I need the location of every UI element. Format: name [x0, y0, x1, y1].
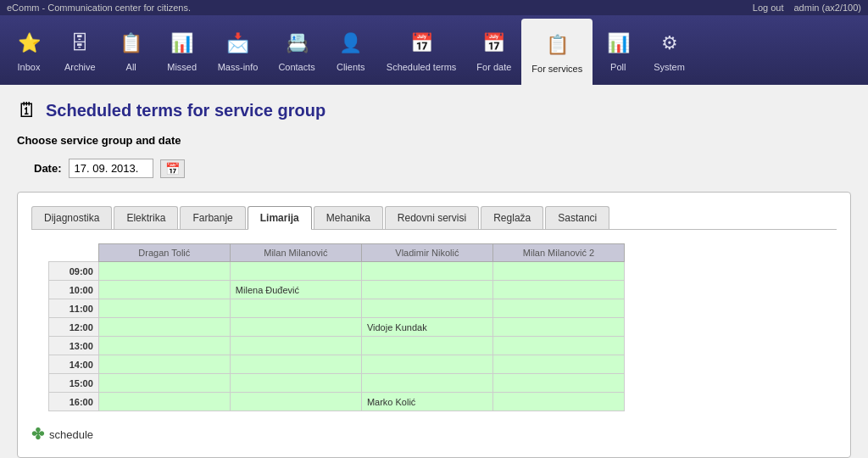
- nav-label-mass-info: Mass-info: [218, 62, 259, 72]
- nav-item-inbox[interactable]: ⭐Inbox: [3, 15, 54, 85]
- nav-label-inbox: Inbox: [18, 62, 41, 72]
- plus-icon: ✤: [31, 425, 44, 444]
- date-row: Date: 📅: [34, 159, 851, 178]
- nav-label-archive: Archive: [64, 62, 96, 72]
- tab-farbanje[interactable]: Farbanje: [180, 206, 245, 229]
- page-title-area: 🗓 Scheduled terms for service group: [17, 98, 851, 122]
- schedule-slot[interactable]: [361, 262, 492, 281]
- tab-mehanika[interactable]: Mehanika: [314, 206, 383, 229]
- column-header: Milan Milanović 2: [492, 244, 624, 262]
- nav-item-scheduled-terms[interactable]: 📅Scheduled terms: [376, 15, 467, 85]
- table-row: 13:00: [49, 337, 625, 355]
- schedule-slot[interactable]: [492, 393, 624, 411]
- time-cell: 15:00: [49, 374, 99, 393]
- schedule-slot[interactable]: [98, 262, 230, 281]
- archive-icon: 🗄: [64, 28, 95, 59]
- schedule-slot[interactable]: [230, 262, 361, 281]
- contacts-icon: 📇: [281, 28, 312, 59]
- navbar: ⭐Inbox🗄Archive📋All📊Missed📩Mass-info📇Cont…: [0, 15, 868, 85]
- date-input[interactable]: [69, 159, 153, 178]
- tab-redovni-servisi[interactable]: Redovni servisi: [385, 206, 479, 229]
- schedule-slot[interactable]: Milena Đuđević: [230, 281, 361, 299]
- schedule-slot[interactable]: [230, 318, 361, 337]
- table-row: 10:00Milena Đuđević: [49, 281, 625, 299]
- schedule-slot[interactable]: [98, 318, 230, 337]
- schedule-slot[interactable]: [361, 337, 492, 355]
- schedule-slot[interactable]: [230, 355, 361, 374]
- schedule-slot[interactable]: [361, 374, 492, 393]
- user-info: admin (ax2/100): [794, 3, 862, 13]
- nav-item-for-services[interactable]: 📋For services: [521, 19, 593, 85]
- schedule-slot[interactable]: [492, 262, 624, 281]
- nav-item-archive[interactable]: 🗄Archive: [54, 15, 106, 85]
- time-cell: 09:00: [49, 262, 99, 281]
- schedule-slot[interactable]: Vidoje Kundak: [361, 318, 492, 337]
- schedule-slot[interactable]: [98, 281, 230, 299]
- schedule-slot[interactable]: [492, 355, 624, 374]
- schedule-slot[interactable]: [98, 337, 230, 355]
- schedule-slot[interactable]: [361, 355, 492, 374]
- clients-icon: 👤: [336, 28, 366, 59]
- poll-icon: 📊: [603, 28, 633, 59]
- tab-dijagnostika[interactable]: Dijagnostika: [31, 206, 112, 229]
- page-title: Scheduled terms for service group: [46, 101, 326, 120]
- tab-limarija[interactable]: Limarija: [248, 206, 312, 230]
- column-header: Dragan Tolić: [98, 244, 230, 262]
- add-schedule-label: schedule: [49, 428, 93, 441]
- nav-item-contacts[interactable]: 📇Contacts: [268, 15, 325, 85]
- tab-elektrika[interactable]: Elektrika: [114, 206, 178, 229]
- schedule-slot[interactable]: [230, 337, 361, 355]
- site-title: eComm - Communication center for citizen…: [7, 3, 191, 13]
- calendar-button[interactable]: 📅: [160, 159, 185, 178]
- nav-label-for-services: For services: [531, 64, 582, 74]
- schedule-slot[interactable]: [230, 374, 361, 393]
- schedule-slot[interactable]: [230, 393, 361, 411]
- tab-sastanci[interactable]: Sastanci: [545, 206, 609, 229]
- nav-label-scheduled-terms: Scheduled terms: [387, 62, 457, 72]
- nav-item-poll[interactable]: 📊Poll: [593, 15, 643, 85]
- nav-item-clients[interactable]: 👤Clients: [326, 15, 376, 85]
- nav-item-mass-info[interactable]: 📩Mass-info: [208, 15, 269, 85]
- card: DijagnostikaElektrikaFarbanjeLimarijaMeh…: [17, 192, 851, 458]
- schedule-slot[interactable]: [492, 337, 624, 355]
- nav-label-poll: Poll: [610, 62, 626, 72]
- time-cell: 16:00: [49, 393, 99, 411]
- scheduled-terms-icon: 📅: [406, 28, 437, 59]
- schedule-grid: Dragan TolićMilan MilanovićVladimir Niko…: [48, 243, 837, 411]
- column-header: Vladimir Nikolić: [361, 244, 492, 262]
- schedule-slot[interactable]: [98, 355, 230, 374]
- for-services-icon: 📋: [542, 30, 572, 60]
- mass-info-icon: 📩: [223, 28, 253, 59]
- column-header: Milan Milanović: [230, 244, 361, 262]
- add-schedule-button[interactable]: ✤ schedule: [31, 425, 837, 444]
- schedule-slot[interactable]: [492, 281, 624, 299]
- table-row: 12:00Vidoje Kundak: [49, 318, 625, 337]
- form-subtitle: Choose service group and date: [17, 134, 851, 147]
- schedule-slot[interactable]: [230, 299, 361, 318]
- schedule-slot[interactable]: [98, 393, 230, 411]
- nav-item-system[interactable]: ⚙System: [643, 15, 695, 85]
- nav-item-for-date[interactable]: 📅For date: [466, 15, 521, 85]
- schedule-slot[interactable]: [492, 318, 624, 337]
- schedule-slot[interactable]: [98, 374, 230, 393]
- schedule-slot[interactable]: [361, 281, 492, 299]
- schedule-slot[interactable]: [361, 299, 492, 318]
- schedule-slot[interactable]: [98, 299, 230, 318]
- logout-link[interactable]: Log out: [753, 3, 784, 13]
- schedule-slot[interactable]: [492, 299, 624, 318]
- time-cell: 12:00: [49, 318, 99, 337]
- nav-item-missed[interactable]: 📊Missed: [157, 15, 208, 85]
- schedule-slot[interactable]: Marko Kolić: [361, 393, 492, 411]
- table-row: 16:00Marko Kolić: [49, 393, 625, 411]
- table-row: 15:00: [49, 374, 625, 393]
- page-title-icon: 🗓: [17, 98, 37, 122]
- for-date-icon: 📅: [479, 28, 509, 59]
- tab-reglaza[interactable]: Reglaža: [481, 206, 543, 229]
- schedule-table: Dragan TolićMilan MilanovićVladimir Niko…: [48, 243, 625, 411]
- schedule-slot[interactable]: [492, 374, 624, 393]
- time-cell: 11:00: [49, 299, 99, 318]
- time-cell: 10:00: [49, 281, 99, 299]
- main-content: 🗓 Scheduled terms for service group Choo…: [0, 85, 868, 458]
- nav-item-all[interactable]: 📋All: [106, 15, 157, 85]
- time-cell: 13:00: [49, 337, 99, 355]
